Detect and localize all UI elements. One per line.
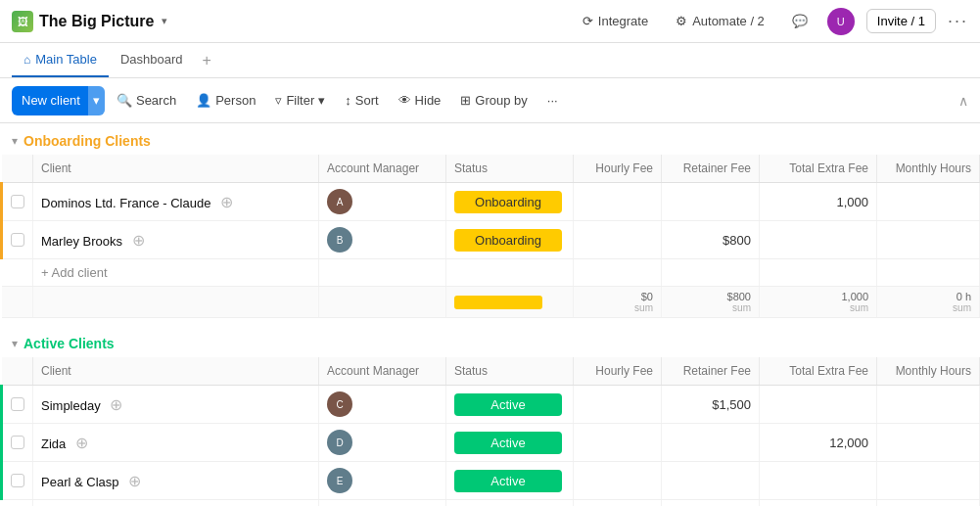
toolbar-right: ∧: [958, 93, 968, 109]
row-account-manager: B: [319, 221, 446, 259]
sort-button[interactable]: ↕ Sort: [337, 88, 386, 113]
row-account-manager: A: [319, 183, 446, 221]
avatar-sm: E: [327, 468, 352, 493]
row-checkbox[interactable]: [2, 221, 33, 259]
tab-dashboard[interactable]: Dashboard: [109, 43, 195, 77]
toolbar: New client ▾ 🔍 Search 👤 Person ▿ Filter …: [0, 78, 980, 123]
row-retainer: [662, 462, 760, 500]
row-retainer: $1,500: [662, 386, 760, 424]
row-status[interactable]: Onboarding: [446, 183, 574, 221]
row-retainer: [662, 424, 760, 462]
avatar-sm: A: [327, 189, 352, 214]
table-row: Pearl & Clasp ⊕ E Active: [2, 462, 980, 500]
add-client-row[interactable]: + Add client: [2, 259, 980, 287]
row-account-manager: E: [319, 462, 446, 500]
row-client: Pearl & Clasp ⊕: [33, 462, 319, 500]
avatar-sm: D: [327, 430, 352, 455]
more-toolbar-button[interactable]: ···: [539, 88, 566, 113]
section-active-title[interactable]: Active Clients: [23, 336, 115, 351]
app-icon: 🖼: [12, 11, 33, 32]
person-icon: 👤: [196, 93, 211, 108]
add-row-icon[interactable]: ⊕: [132, 232, 145, 249]
hide-button[interactable]: 👁 Hide: [391, 88, 449, 113]
add-client-row-active[interactable]: + Add client: [2, 500, 980, 507]
tab-main-table[interactable]: ⌂ Main Table: [12, 43, 109, 77]
add-tab-button[interactable]: +: [195, 52, 219, 69]
row-retainer: [662, 183, 760, 221]
table-row: Simpleday ⊕ C Active $1,500: [2, 386, 980, 424]
row-extra: 1,000: [760, 183, 877, 221]
section-onboarding-title[interactable]: Onboarding Clients: [23, 133, 151, 149]
sum-monthly: 0 h sum: [877, 287, 980, 318]
row-status[interactable]: Active: [446, 424, 574, 462]
new-client-button[interactable]: New client ▾: [12, 86, 105, 115]
add-client-label-2[interactable]: + Add client: [33, 500, 319, 507]
row-extra: [760, 221, 877, 259]
table-row: Marley Brooks ⊕ B Onboarding $800: [2, 221, 980, 259]
section-onboarding-toggle[interactable]: ▾: [12, 134, 18, 148]
row-status[interactable]: Active: [446, 386, 574, 424]
chat-button[interactable]: 💬: [784, 10, 816, 32]
row-monthly: [877, 221, 980, 259]
section-active-toggle[interactable]: ▾: [12, 337, 18, 350]
tabs-bar: ⌂ Main Table Dashboard +: [0, 43, 980, 78]
col-check-header-2: [2, 357, 33, 386]
col-hourly-header-2: Hourly Fee: [574, 357, 662, 386]
filter-dropdown-icon: ▾: [318, 93, 325, 108]
person-button[interactable]: 👤 Person: [188, 88, 263, 113]
row-hourly: [574, 221, 662, 259]
section-active-header: ▾ Active Clients: [0, 326, 980, 357]
active-table: Client Account Manager Status Hourly Fee…: [0, 357, 980, 506]
filter-button[interactable]: ▿ Filter ▾: [267, 88, 333, 113]
row-status[interactable]: Onboarding: [446, 221, 574, 259]
row-hourly: [574, 462, 662, 500]
row-checkbox[interactable]: [2, 462, 33, 500]
col-account-header-2: Account Manager: [319, 357, 446, 386]
table-row: Zida ⊕ D Active 12,000: [2, 424, 980, 462]
more-options-button[interactable]: ···: [948, 11, 968, 31]
section-onboarding: ▾ Onboarding Clients Client Account Mana…: [0, 123, 980, 318]
add-row-icon[interactable]: ⊕: [128, 473, 141, 489]
integrate-button[interactable]: ⟳ Integrate: [575, 10, 656, 32]
active-table-wrap: Client Account Manager Status Hourly Fee…: [0, 357, 980, 506]
row-hourly: [574, 183, 662, 221]
top-nav-left: 🖼 The Big Picture ▾: [12, 11, 167, 32]
search-icon: 🔍: [117, 93, 132, 108]
row-checkbox[interactable]: [2, 424, 33, 462]
add-row-icon[interactable]: ⊕: [75, 435, 88, 451]
sum-extra: 1,000 sum: [760, 287, 877, 318]
row-monthly: [877, 386, 980, 424]
row-checkbox[interactable]: [2, 386, 33, 424]
row-client: Marley Brooks ⊕: [33, 221, 319, 259]
col-hourly-header: Hourly Fee: [574, 155, 662, 183]
sum-retainer: $800 sum: [662, 287, 760, 318]
automate-icon: ⚙: [676, 14, 687, 28]
collapse-button[interactable]: ∧: [958, 93, 968, 109]
avatar-sm: B: [327, 227, 352, 253]
row-status[interactable]: Active: [446, 462, 574, 500]
row-client: Dominos Ltd. France - Claude ⊕: [33, 183, 319, 221]
col-monthly-header: Monthly Hours: [877, 155, 980, 183]
automate-button[interactable]: ⚙ Automate / 2: [668, 10, 772, 32]
invite-button[interactable]: Invite / 1: [866, 9, 936, 33]
chevron-down-icon[interactable]: ▾: [162, 15, 167, 27]
avatar-sm: C: [327, 391, 352, 417]
row-checkbox[interactable]: [2, 183, 33, 221]
add-row-icon[interactable]: ⊕: [220, 194, 233, 210]
row-account-manager: C: [319, 386, 446, 424]
row-client: Simpleday ⊕: [33, 386, 319, 424]
row-monthly: [877, 462, 980, 500]
new-client-dropdown-arrow[interactable]: ▾: [88, 86, 105, 115]
row-extra: [760, 386, 877, 424]
add-client-label[interactable]: + Add client: [33, 259, 319, 287]
row-account-manager: D: [319, 424, 446, 462]
sum-hourly: $0 sum: [574, 287, 662, 318]
search-button[interactable]: 🔍 Search: [109, 88, 184, 113]
home-icon: ⌂: [23, 53, 30, 67]
main-content: ▾ Onboarding Clients Client Account Mana…: [0, 123, 980, 506]
group-by-button[interactable]: ⊞ Group by: [452, 88, 535, 113]
filter-icon: ▿: [275, 93, 282, 108]
add-row-icon[interactable]: ⊕: [110, 396, 122, 413]
col-retainer-header-2: Retainer Fee: [662, 357, 760, 386]
section-active: ▾ Active Clients Client Account Manager …: [0, 326, 980, 506]
